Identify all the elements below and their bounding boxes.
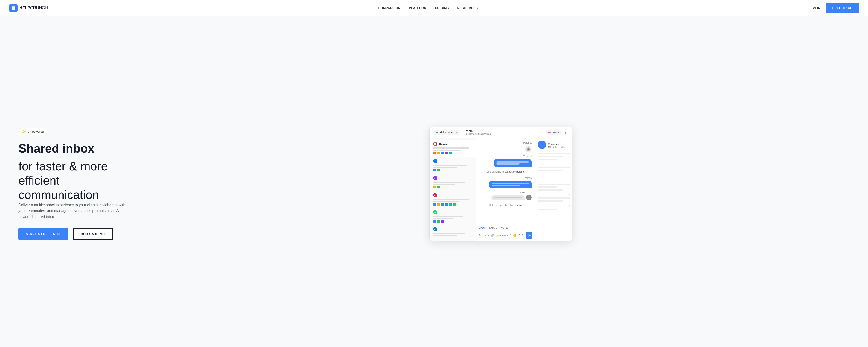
tag [445, 152, 448, 154]
tag [433, 186, 436, 188]
start-free-trial-button[interactable]: START A FREE TRIAL [19, 228, 68, 240]
nav-link-platform[interactable]: PLATFORM [409, 6, 427, 10]
expand-icon[interactable]: › [538, 162, 570, 166]
tab-chat[interactable]: CHAT [478, 226, 486, 231]
contact-header: T Thomas 🇺🇸 United States [538, 141, 570, 150]
channel-icon: ig [433, 193, 437, 197]
open-dot [548, 132, 550, 133]
expand-icon[interactable]: › [538, 204, 570, 207]
emoji-icon[interactable]: 😊 [513, 234, 517, 237]
hero-badge: ✨ AI-powered [19, 128, 47, 136]
ai-editor-button[interactable]: ✨AI editor [496, 234, 508, 237]
message-content [492, 183, 529, 184]
section-lines: › › › [538, 184, 570, 215]
list-item[interactable]: m [430, 174, 475, 191]
tab-note[interactable]: NOTE [501, 226, 508, 231]
hero-content: ✨ AI-powered Shared inbox for faster & m… [19, 128, 138, 240]
nav-link-comparison[interactable]: COMPARISON [378, 6, 401, 10]
detail-line [538, 167, 570, 168]
message-bubble [491, 195, 525, 200]
list-item[interactable]: f [430, 157, 475, 174]
brand-logo[interactable]: HELPCRUNCH [9, 4, 48, 12]
tab-email[interactable]: EMAIL [489, 226, 497, 231]
tag [433, 220, 436, 222]
preview-line [433, 147, 469, 149]
list-item[interactable]: w [430, 208, 475, 225]
more-options-button[interactable]: ⋮ [563, 130, 568, 135]
message-sender: Thomas [523, 155, 531, 158]
detail-line [538, 189, 563, 190]
tag-list [433, 203, 473, 206]
agent-name: Viola [466, 130, 492, 133]
preview-line [433, 216, 463, 217]
hero-description: Deliver a multichannel experience to you… [19, 202, 129, 220]
helpbot-avatar: 🤖 [525, 146, 531, 152]
hero-buttons: START A FREE TRIAL BOOK A DEMO [19, 228, 138, 240]
conversation-status[interactable]: Open ▾ [546, 130, 561, 135]
code-icon[interactable]: </> [485, 234, 489, 237]
preview-line [433, 233, 465, 234]
preview-line [433, 218, 453, 219]
book-demo-button[interactable]: BOOK A DEMO [73, 228, 113, 240]
status-dot [436, 132, 438, 133]
tag [437, 152, 440, 154]
link-icon[interactable]: 🔗 [491, 234, 494, 237]
message-group: Thomas [479, 155, 531, 167]
expand-icon[interactable]: › [538, 173, 570, 176]
bold-icon[interactable]: B [478, 234, 480, 237]
chat-body: 💬 Thomas [430, 138, 572, 241]
message-sender: Thomas [523, 177, 531, 179]
bot-label: HelpBot [479, 141, 531, 144]
list-item[interactable]: 💬 Thomas [430, 140, 475, 157]
detail-line [538, 209, 557, 210]
hero-illustration: All incoming ▾ Viola Creative Gift Depar… [152, 127, 849, 241]
preview-line [433, 184, 455, 185]
nav-right: SIGN IN FREE TRIAL [808, 3, 859, 13]
detail-line [538, 200, 563, 202]
chat-toolbar: All incoming ▾ Viola Creative Gift Depar… [430, 127, 572, 138]
tag-list [433, 186, 473, 188]
free-trial-button[interactable]: FREE TRIAL [826, 3, 859, 13]
channel-icon: w [433, 210, 437, 214]
contact-name: Thomas [548, 143, 565, 146]
list-item[interactable]: ig [430, 191, 475, 208]
preview-line [433, 165, 467, 166]
tag-list [433, 152, 473, 154]
tag [437, 220, 440, 222]
conversation-header: Viola Creative Gift Department Open ▾ ⋮ [463, 130, 568, 135]
status-label: Open [551, 131, 557, 134]
tag [449, 203, 452, 206]
filter-dropdown[interactable]: All incoming ▾ [433, 130, 460, 135]
preview-line [433, 201, 459, 202]
preview-line [433, 150, 461, 151]
send-button[interactable] [526, 232, 532, 239]
tag [437, 186, 440, 188]
nav-links: COMPARISON PLATFORM PRICING RESOURCES [378, 6, 478, 10]
detail-line [538, 170, 563, 171]
tag [445, 203, 448, 206]
hashtag-icon[interactable]: # [510, 234, 512, 237]
system-message: Nate assigned this chat to Viola [479, 203, 531, 207]
expand-icon[interactable]: › [538, 212, 570, 215]
brand-name: HELPCRUNCH [19, 5, 48, 10]
contact-panel: T Thomas 🇺🇸 United States [535, 138, 572, 241]
detail-line [538, 198, 570, 199]
contact-section: › › › [538, 179, 570, 215]
message-content [496, 163, 520, 165]
preview-line [433, 199, 469, 200]
italic-icon[interactable]: I [483, 234, 483, 237]
list-item[interactable]: tg [430, 225, 475, 239]
preview-line [433, 167, 457, 168]
nav-link-resources[interactable]: RESOURCES [457, 6, 478, 10]
logo-icon [9, 4, 18, 12]
expand-icon[interactable]: › [538, 193, 570, 196]
chat-input-area: CHAT EMAIL NOTE B I </> 🔗 ✨AI editor [476, 224, 535, 241]
nav-link-pricing[interactable]: PRICING [435, 6, 449, 10]
signin-link[interactable]: SIGN IN [808, 6, 820, 10]
message-group: Nate [479, 191, 531, 200]
gif-icon[interactable]: GIF [518, 234, 523, 237]
conversation-list: 💬 Thomas [430, 138, 476, 241]
input-toolbar: B I </> 🔗 ✨AI editor # 😊 GIF [478, 232, 532, 239]
detail-line [538, 153, 570, 154]
badge-icon: ✨ [22, 130, 27, 134]
